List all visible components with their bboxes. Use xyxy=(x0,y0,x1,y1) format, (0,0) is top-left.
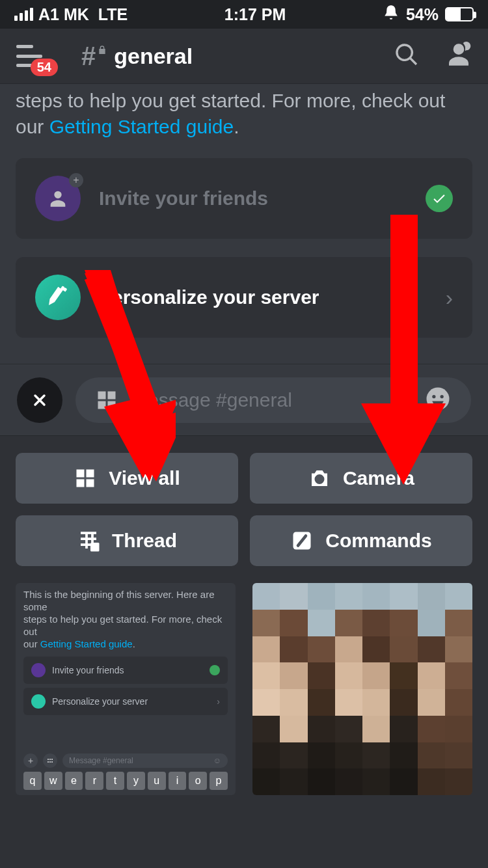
invite-friends-icon: + xyxy=(35,176,81,221)
view-all-button[interactable]: View all xyxy=(16,453,238,504)
members-button[interactable] xyxy=(446,42,472,70)
personalize-label: Personalize your server xyxy=(99,286,319,308)
grid-icon xyxy=(74,467,97,490)
invite-friends-card[interactable]: + Invite your friends xyxy=(16,158,472,239)
message-placeholder: Message #general xyxy=(131,389,411,411)
message-input[interactable]: Message #general xyxy=(75,377,471,423)
camera-button[interactable]: Camera xyxy=(250,453,472,504)
getting-started-link[interactable]: Getting Started guide xyxy=(49,116,234,137)
svg-point-0 xyxy=(427,387,450,410)
commands-button[interactable]: Commands xyxy=(250,515,472,566)
personalize-server-card[interactable]: Personalize your server › xyxy=(16,257,472,338)
menu-button[interactable]: 54 xyxy=(16,45,42,67)
mini-keyboard: qwertyuiop xyxy=(23,772,228,790)
close-attachments-button[interactable] xyxy=(17,377,62,423)
battery-icon xyxy=(445,7,474,21)
network-label: LTE xyxy=(98,5,128,24)
channel-header: 54 # general xyxy=(0,29,488,84)
commands-icon xyxy=(290,529,314,552)
media-thumbnail-screenshot[interactable]: This is the beginning of this server. He… xyxy=(16,583,236,795)
battery-percent-label: 54% xyxy=(406,5,439,24)
invite-friends-label: Invite your friends xyxy=(99,187,268,210)
svg-point-2 xyxy=(441,394,444,398)
gallery-icon xyxy=(95,388,118,412)
welcome-text: steps to help you get started. For more,… xyxy=(16,88,472,140)
personalize-icon xyxy=(35,275,81,320)
thread-icon xyxy=(77,529,100,552)
clock-label: 1:17 PM xyxy=(128,5,383,24)
signal-icon xyxy=(14,8,33,21)
chevron-right-icon: › xyxy=(446,285,453,310)
emoji-button[interactable] xyxy=(424,385,452,415)
thread-label: Thread xyxy=(112,530,177,552)
message-input-row: Message #general xyxy=(0,364,488,435)
attachments-panel: View all Camera Thread Commands This is … xyxy=(0,435,488,868)
camera-label: Camera xyxy=(343,467,414,489)
svg-rect-3 xyxy=(90,543,100,552)
status-bar: A1 MK LTE 1:17 PM 54% xyxy=(0,0,488,29)
checkmark-icon xyxy=(426,185,453,212)
svg-point-1 xyxy=(432,394,435,398)
alarm-icon xyxy=(383,4,400,25)
carrier-label: A1 MK xyxy=(38,5,89,24)
channel-content: steps to help you get started. For more,… xyxy=(0,84,488,364)
media-thumbnail-photo[interactable] xyxy=(252,583,472,795)
search-button[interactable] xyxy=(394,42,420,70)
thread-button[interactable]: Thread xyxy=(16,515,238,566)
view-all-label: View all xyxy=(109,467,180,489)
unread-badge: 54 xyxy=(31,59,58,76)
channel-name-label: general xyxy=(114,44,193,69)
camera-icon xyxy=(308,467,331,490)
commands-label: Commands xyxy=(325,530,431,552)
channel-hash-icon: # xyxy=(81,42,107,71)
